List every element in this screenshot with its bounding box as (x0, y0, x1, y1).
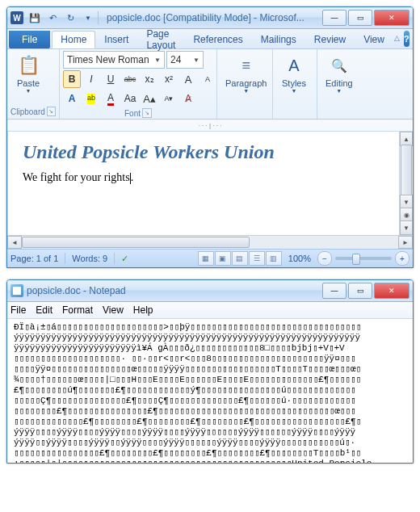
font-launcher[interactable]: ↘ (142, 108, 152, 118)
notepad-format-menu[interactable]: Format (62, 304, 93, 316)
highlight-button[interactable]: ab (82, 90, 100, 107)
close-button[interactable]: ✕ (374, 10, 410, 26)
mailings-tab[interactable]: Mailings (252, 31, 305, 48)
font-size-combo[interactable]: 24▼ (166, 51, 204, 69)
print-layout-view[interactable]: ▦ (198, 251, 214, 266)
review-tab[interactable]: Review (305, 31, 355, 48)
zoom-in-button[interactable]: + (395, 251, 410, 266)
file-tab[interactable]: File (9, 31, 50, 48)
notepad-window: popsicle.doc - Notepad — ▭ ✕ File Edit F… (6, 279, 414, 464)
view-tab[interactable]: View (355, 31, 393, 48)
document-heading[interactable]: United Popsicle Workers Union (23, 141, 397, 163)
change-case-button[interactable]: Aa (121, 90, 139, 107)
redo-button[interactable]: ↻ (62, 10, 78, 26)
find-icon: 🔍 (326, 52, 352, 78)
font-name-combo[interactable]: Times New Roman▼ (63, 51, 165, 69)
clipboard-group: 📋 Paste ▼ Clipboard↘ (7, 49, 60, 119)
styles-group: AStyles▼ (273, 49, 317, 119)
shrink-font2-button[interactable]: A▾ (160, 90, 178, 107)
document-container: United Popsicle Workers Union We fight f… (7, 132, 413, 235)
insert-tab[interactable]: Insert (95, 31, 137, 48)
clipboard-launcher[interactable]: ↘ (47, 107, 56, 116)
word-titlebar[interactable]: W 💾 ↶ ↻ ▼ popsicle.doc [Compatibility Mo… (7, 7, 413, 29)
paragraph-button[interactable]: ≡Paragraph▼ (220, 51, 271, 95)
notepad-close-button[interactable]: ✕ (374, 283, 410, 299)
fullscreen-view[interactable]: ▣ (215, 251, 231, 266)
notepad-view-menu[interactable]: View (103, 304, 124, 316)
scroll-right-icon[interactable]: ► (398, 236, 413, 249)
bold-button[interactable]: B (63, 70, 81, 88)
word-window: W 💾 ↶ ↻ ▼ popsicle.doc [Compatibility Mo… (6, 6, 414, 268)
underline-button[interactable]: U (102, 70, 120, 88)
references-tab[interactable]: References (184, 31, 251, 48)
editing-group: 🔍Editing▼ (317, 49, 364, 119)
word-count[interactable]: Words: 9 (72, 254, 107, 263)
notepad-minimize-button[interactable]: — (322, 283, 346, 299)
notepad-menubar: File Edit Format View Help (7, 302, 413, 319)
document-area[interactable]: United Popsicle Workers Union We fight f… (7, 132, 413, 235)
notepad-titlebar[interactable]: popsicle.doc - Notepad — ▭ ✕ (7, 280, 413, 302)
superscript-button[interactable]: x² (160, 70, 178, 88)
scroll-left-icon[interactable]: ◄ (7, 236, 22, 249)
zoom-out-button[interactable]: − (317, 251, 332, 266)
word-app-icon: W (10, 11, 23, 24)
notepad-text-area[interactable]: ÐÏ▯à¡±▯á▯▯▯▯▯▯▯▯▯▯▯▯▯▯▯▯▯▯▯▯>▯▯þÿ▯▯▯▯▯▯▯… (7, 319, 413, 463)
maximize-button[interactable]: ▭ (348, 10, 372, 26)
zoom-control: − + (317, 251, 410, 266)
text-effects-button[interactable]: A (63, 90, 81, 107)
paragraph-group: ≡Paragraph▼ (217, 49, 273, 119)
grow-font2-button[interactable]: A▴ (141, 90, 158, 107)
draft-view[interactable]: ▥ (266, 251, 282, 266)
shrink-font-button[interactable]: A (199, 70, 216, 88)
outline-view[interactable]: ☰ (249, 251, 265, 266)
notepad-maximize-button[interactable]: ▭ (348, 283, 372, 299)
styles-button[interactable]: AStyles▼ (276, 51, 312, 95)
zoom-slider[interactable] (335, 257, 392, 260)
clear-format-button[interactable]: A̷ (179, 90, 197, 107)
save-button[interactable]: 💾 (27, 10, 43, 26)
quick-access-toolbar: 💾 ↶ ↻ ▼ (27, 10, 96, 26)
paste-icon: 📋 (15, 52, 41, 78)
document-body[interactable]: We fight for your rights. (23, 171, 397, 184)
vertical-scrollbar[interactable]: ▲ ▼ ◉ ▼ (399, 132, 413, 235)
pagelayout-tab[interactable]: Page Layout (137, 31, 184, 48)
vscroll-thumb[interactable] (401, 145, 412, 196)
paragraph-icon: ≡ (233, 52, 259, 78)
notepad-file-menu[interactable]: File (10, 304, 26, 316)
subscript-button[interactable]: x₂ (141, 70, 158, 88)
font-color-button[interactable]: A (102, 90, 120, 107)
view-buttons: ▦ ▣ ▤ ☰ ▥ (198, 251, 282, 266)
paste-label: Paste (17, 78, 40, 88)
grow-font-button[interactable]: A (179, 70, 197, 88)
styles-icon: A (281, 52, 307, 78)
notepad-edit-menu[interactable]: Edit (36, 304, 52, 316)
notepad-title: popsicle.doc - Notepad (27, 285, 321, 296)
horizontal-scrollbar[interactable]: ◄ ► (7, 235, 413, 249)
undo-button[interactable]: ↶ (44, 10, 61, 26)
paste-button[interactable]: 📋 Paste ▼ (10, 51, 46, 95)
text-cursor (130, 173, 131, 184)
zoom-level[interactable]: 100% (288, 254, 311, 263)
home-tab[interactable]: Home (52, 31, 95, 48)
minimize-ribbon-icon[interactable]: △ (393, 29, 401, 47)
font-group: Times New Roman▼ 24▼ B I U abc x₂ x² A A… (60, 49, 217, 119)
zoom-slider-thumb[interactable] (352, 254, 360, 265)
notepad-help-menu[interactable]: Help (133, 304, 153, 316)
window-title: popsicle.doc [Compatibility Mode] - Micr… (100, 12, 321, 23)
hscroll-thumb[interactable] (22, 237, 250, 248)
editing-button[interactable]: 🔍Editing▼ (321, 51, 358, 95)
strike-button[interactable]: abc (121, 70, 139, 88)
separator (98, 11, 99, 24)
italic-button[interactable]: I (82, 70, 100, 88)
page-status[interactable]: Page: 1 of 1 (10, 254, 58, 263)
ribbon-tabs: File Home Insert Page Layout References … (7, 29, 413, 49)
ribbon: 📋 Paste ▼ Clipboard↘ Times New Roman▼ 24… (7, 49, 413, 120)
next-page-icon[interactable]: ▼ (400, 220, 413, 235)
help-button[interactable]: ? (404, 31, 410, 47)
web-view[interactable]: ▤ (232, 251, 248, 266)
word-statusbar: Page: 1 of 1 Words: 9 ✓ ▦ ▣ ▤ ☰ ▥ 100% −… (7, 249, 413, 267)
qat-customize-icon[interactable]: ▼ (80, 10, 96, 26)
ruler[interactable]: · · · | · · · (7, 120, 413, 132)
proofing-icon[interactable]: ✓ (121, 254, 128, 264)
minimize-button[interactable]: — (322, 10, 346, 26)
